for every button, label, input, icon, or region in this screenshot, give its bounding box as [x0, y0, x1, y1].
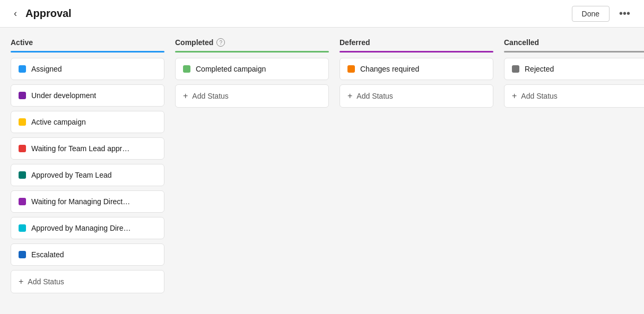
- board: ActiveAssignedUnder developmentActive ca…: [0, 28, 644, 314]
- status-card[interactable]: Approved by Managing Dire…: [11, 217, 164, 239]
- plus-icon: +: [347, 91, 352, 101]
- column-completed: Completed?Completed campaign+Add Status: [175, 38, 329, 314]
- plus-icon: +: [512, 91, 517, 101]
- column-cancelled: CancelledRejected+Add Status: [504, 38, 644, 314]
- add-status-label: Add Status: [28, 277, 64, 286]
- status-card[interactable]: Under development: [11, 84, 164, 107]
- status-card[interactable]: Assigned: [11, 58, 164, 80]
- add-status-button-completed[interactable]: +Add Status: [175, 84, 329, 108]
- add-status-button-active[interactable]: +Add Status: [11, 270, 164, 293]
- status-card[interactable]: Active campaign: [11, 111, 164, 133]
- status-card[interactable]: Rejected: [504, 58, 644, 80]
- status-card[interactable]: Waiting for Managing Direct…: [11, 190, 164, 213]
- status-label: Active campaign: [31, 118, 86, 126]
- status-label: Assigned: [31, 65, 62, 73]
- status-color-dot: [19, 92, 26, 99]
- plus-icon: +: [183, 91, 188, 101]
- status-color-dot: [19, 224, 26, 232]
- status-label: Rejected: [525, 65, 554, 73]
- status-card[interactable]: Completed campaign: [175, 58, 329, 80]
- done-button[interactable]: Done: [572, 6, 610, 22]
- add-status-button-deferred[interactable]: +Add Status: [340, 84, 493, 108]
- column-header-deferred: Deferred: [340, 38, 493, 47]
- add-status-button-cancelled[interactable]: +Add Status: [504, 84, 644, 108]
- back-button[interactable]: ‹: [11, 7, 20, 20]
- status-card[interactable]: Escalated: [11, 243, 164, 266]
- status-color-dot: [19, 251, 26, 258]
- status-color-dot: [512, 65, 519, 73]
- header-left: ‹ Approval: [11, 7, 72, 20]
- status-color-dot: [183, 65, 190, 73]
- add-status-label: Add Status: [356, 92, 393, 100]
- status-label: Completed campaign: [196, 65, 266, 73]
- status-color-dot: [19, 118, 26, 126]
- status-label: Under development: [31, 91, 96, 100]
- column-line-cancelled: [504, 51, 644, 53]
- app-header: ‹ Approval Done •••: [0, 0, 644, 28]
- status-color-dot: [347, 65, 355, 73]
- help-icon[interactable]: ?: [216, 38, 225, 47]
- plus-icon: +: [19, 277, 23, 286]
- column-title-deferred: Deferred: [340, 38, 370, 47]
- column-deferred: DeferredChanges required+Add Status: [340, 38, 493, 314]
- column-active: ActiveAssignedUnder developmentActive ca…: [11, 38, 164, 314]
- column-line-completed: [175, 51, 329, 53]
- column-header-active: Active: [11, 38, 164, 47]
- column-header-completed: Completed?: [175, 38, 329, 47]
- column-line-active: [11, 51, 164, 53]
- status-color-dot: [19, 145, 26, 152]
- status-label: Escalated: [31, 250, 64, 259]
- add-status-label: Add Status: [521, 92, 558, 100]
- column-title-cancelled: Cancelled: [504, 38, 539, 47]
- status-label: Waiting for Team Lead appr…: [31, 144, 129, 153]
- status-label: Changes required: [360, 65, 419, 73]
- status-color-dot: [19, 171, 26, 179]
- page-title: Approval: [25, 7, 72, 20]
- status-label: Approved by Managing Dire…: [31, 224, 131, 232]
- status-card[interactable]: Changes required: [340, 58, 493, 80]
- status-color-dot: [19, 198, 26, 205]
- more-button[interactable]: •••: [616, 6, 633, 21]
- status-card[interactable]: Waiting for Team Lead appr…: [11, 137, 164, 160]
- status-card[interactable]: Approved by Team Lead: [11, 164, 164, 186]
- status-label: Approved by Team Lead: [31, 171, 112, 179]
- column-header-cancelled: Cancelled: [504, 38, 644, 47]
- add-status-label: Add Status: [192, 92, 229, 100]
- column-line-deferred: [340, 51, 493, 53]
- column-title-active: Active: [11, 38, 33, 47]
- header-right: Done •••: [572, 6, 633, 22]
- status-color-dot: [19, 65, 26, 73]
- column-title-completed: Completed: [175, 38, 213, 47]
- status-label: Waiting for Managing Direct…: [31, 197, 130, 206]
